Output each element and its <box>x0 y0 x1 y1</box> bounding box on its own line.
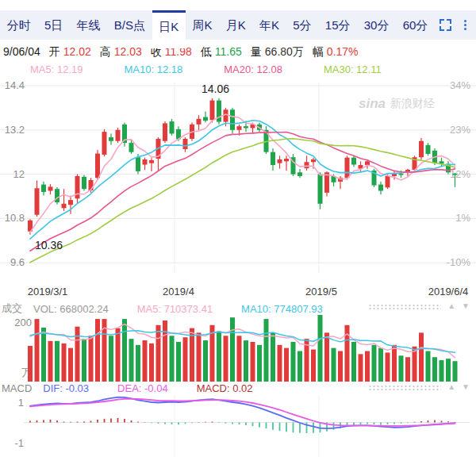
info-value: 11.65 <box>215 45 242 60</box>
scroll-up-icon[interactable]: ▲ <box>447 302 455 310</box>
percent-axis-label: -10% <box>447 256 471 268</box>
date-axis-label: 2019/6/4 <box>428 286 469 298</box>
scroll-down-icon[interactable]: ▼ <box>462 383 470 391</box>
macd-header-item-2: DIF: -0.03 <box>43 382 89 394</box>
date-axis-label: 2019/3/1 <box>28 286 68 298</box>
info-field-幅: 幅0.17% <box>313 45 359 60</box>
info-label: 幅 <box>313 45 324 60</box>
vol-header-item-1: 成交 <box>2 301 22 316</box>
volume-header: 成交VOL: 668002.24MA5: 710373.41MA10: 7748… <box>2 301 323 316</box>
volume-scroll-handle: ▲ ▼ <box>368 302 470 310</box>
info-label: 开 <box>49 45 60 60</box>
tab-weekly-k[interactable]: 周K <box>186 10 219 40</box>
macd-header-item-1: MACD <box>2 382 32 394</box>
vol-header-item-3: MA5: 710373.41 <box>137 303 213 315</box>
vol-header-item-2: VOL: 668002.24 <box>33 303 109 315</box>
annotations: 14.0610.36 <box>35 83 229 251</box>
ma10-line <box>30 121 455 239</box>
info-label: 高 <box>100 45 111 60</box>
tab-30min[interactable]: 30分 <box>357 10 396 40</box>
sina-watermark: sina新浪财经 <box>359 96 435 111</box>
info-field-开: 开12.02 <box>49 45 91 60</box>
ma-legend-row: MA5: 12.19MA10: 12.18MA20: 12.08MA30: 12… <box>30 63 474 75</box>
percent-axis-label: 34% <box>450 79 470 91</box>
macd-scroll-handle: ▲ ▼ <box>368 383 470 391</box>
drag-dots-icon[interactable] <box>368 304 441 309</box>
scroll-up-icon[interactable]: ▲ <box>447 383 455 391</box>
tab-bs-point[interactable]: B/S点 <box>107 10 152 40</box>
info-field-高: 高12.03 <box>100 45 142 60</box>
info-value: 0.17% <box>327 45 359 60</box>
price-axis-label: 12 <box>13 168 25 180</box>
tabbar-icons <box>435 10 476 40</box>
scroll-down-icon[interactable]: ▼ <box>462 302 470 310</box>
tab-yearly-k[interactable]: 年K <box>252 10 286 40</box>
high-price-label: 14.06 <box>202 83 229 95</box>
info-date: 9/06/04 <box>3 45 40 60</box>
price-axis-label: 13.2 <box>5 124 25 136</box>
tab-year-line[interactable]: 年线 <box>70 10 107 40</box>
tab-60min[interactable]: 60分 <box>396 10 435 40</box>
ma-legend-item-4: MA30: 12.11 <box>324 63 382 75</box>
ma-legend-item-3: MA20: 12.08 <box>224 63 282 75</box>
date-axis: 2019/3/12019/42019/52019/6/4 <box>0 286 476 298</box>
info-value: 12.03 <box>114 45 142 60</box>
low-price-label: 10.36 <box>35 239 63 251</box>
kebab-menu-icon[interactable] <box>463 18 468 32</box>
date-axis-label: 2019/4 <box>163 286 194 298</box>
price-axis-label: 14.4 <box>5 79 25 91</box>
candlestick-chart[interactable]: 14.434%13.223%1212%10.81%9.6-10%sina新浪财经… <box>0 78 476 286</box>
ma-legend-item-2: MA10: 12.18 <box>125 63 183 75</box>
percent-axis-label: 23% <box>450 124 470 136</box>
info-value: 12.02 <box>63 45 91 60</box>
macd-header-item-4: MACD: 0.02 <box>197 382 253 394</box>
tab-daily-k[interactable]: 日K <box>152 10 186 48</box>
fullscreen-icon[interactable] <box>440 19 451 31</box>
macd-chart[interactable] <box>0 395 476 472</box>
stock-chart-app: 分时5日年线B/S点日K周K月K年K5分15分30分60分 9/06/04 开1… <box>0 0 476 476</box>
ohlc-info-row: 9/06/04 开12.02高12.03收11.98低11.65量66.80万幅… <box>3 45 473 60</box>
drag-dots-icon[interactable] <box>368 385 441 390</box>
vol-ma5-line <box>30 324 455 358</box>
ma30-line <box>30 139 455 263</box>
tab-5min[interactable]: 5分 <box>286 10 319 40</box>
info-label: 量 <box>251 45 262 60</box>
price-axis-label: 9.6 <box>10 256 25 268</box>
tab-monthly-k[interactable]: 月K <box>219 10 252 40</box>
dea-line <box>30 399 455 426</box>
info-label: 低 <box>201 45 212 60</box>
tab-5day[interactable]: 5日 <box>37 10 70 40</box>
vol-header-item-4: MA10: 774807.93 <box>241 303 323 315</box>
candles-layer <box>28 98 458 235</box>
ma-legend-item-1: MA5: 12.19 <box>30 63 83 75</box>
info-value: 66.80万 <box>265 45 304 60</box>
price-axis-label: 10.8 <box>5 212 25 224</box>
date-axis-label: 2019/5 <box>305 286 337 298</box>
tab-minute[interactable]: 分时 <box>0 10 37 40</box>
chart-period-tabbar: 分时5日年线B/S点日K周K月K年K5分15分30分60分 <box>0 10 476 40</box>
volume-chart[interactable] <box>0 315 476 382</box>
percent-axis-label: 1% <box>455 212 470 224</box>
tab-15min[interactable]: 15分 <box>318 10 357 40</box>
info-field-低: 低11.65 <box>201 45 242 60</box>
svg-text:sina: sina <box>359 96 386 111</box>
macd-header-item-3: DEA: -0.04 <box>117 382 168 394</box>
info-field-量: 量66.80万 <box>251 45 304 60</box>
svg-text:新浪财经: 新浪财经 <box>390 97 435 109</box>
macd-header: MACDDIF: -0.03DEA: -0.04MACD: 0.02 <box>2 382 252 394</box>
